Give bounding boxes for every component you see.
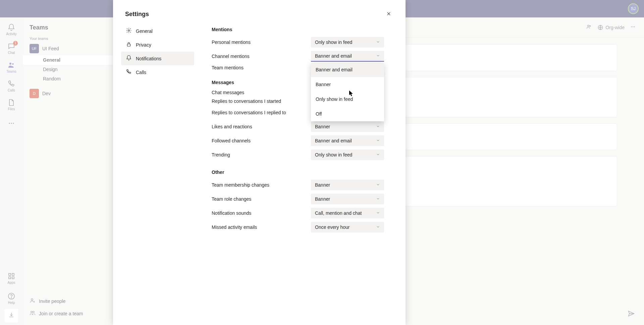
team-row-uf[interactable]: UF UI Feed — [23, 42, 116, 55]
settings-nav: General Privacy Notifications — [121, 24, 198, 317]
dropdown-likes[interactable]: Banner — [311, 121, 384, 132]
dropdown-trending[interactable]: Only show in feed — [311, 149, 384, 160]
svg-point-1 — [12, 63, 14, 65]
svg-point-12 — [31, 311, 33, 313]
svg-point-0 — [9, 63, 11, 65]
settings-modal: Settings General — [113, 0, 406, 325]
teams-pane-title: Teams — [23, 17, 116, 35]
lock-icon — [126, 41, 132, 48]
channel-random[interactable]: Random — [23, 74, 116, 83]
svg-point-14 — [588, 25, 589, 27]
invite-label: Invite people — [39, 299, 65, 304]
rail-label: Activity — [6, 32, 17, 36]
nav-label: Privacy — [136, 42, 151, 48]
label-replies-started: Replies to conversations I started — [212, 99, 281, 104]
join-create-team[interactable]: Join or create a team — [23, 307, 116, 320]
rail-more[interactable] — [0, 114, 23, 133]
dropdown-option-banner[interactable]: Banner — [311, 77, 384, 92]
orgwide-indicator[interactable]: Org-wide — [597, 24, 625, 30]
dropdown-value: Call, mention and chat — [315, 210, 362, 216]
dropdown-value: Only show in feed — [315, 40, 352, 45]
svg-rect-5 — [9, 273, 11, 275]
rail-files[interactable]: Files — [0, 95, 23, 114]
dropdown-value: Banner — [315, 182, 330, 188]
dropdown-sounds[interactable]: Call, mention and chat — [311, 208, 384, 218]
bell-icon — [126, 55, 132, 62]
svg-point-20 — [128, 30, 130, 31]
dropdown-value: Only show in feed — [315, 152, 352, 157]
nav-general[interactable]: General — [121, 24, 194, 38]
label-channel-mentions: Channel mentions — [212, 54, 250, 59]
settings-title: Settings — [125, 11, 149, 18]
chevron-down-icon — [376, 152, 380, 157]
svg-point-2 — [9, 123, 10, 124]
apps-icon — [7, 272, 15, 280]
orgwide-label: Org-wide — [605, 25, 625, 30]
label-likes: Likes and reactions — [212, 124, 252, 129]
invite-people[interactable]: Invite people — [23, 295, 116, 307]
dropdown-option-only-show-in-feed[interactable]: Only show in feed — [311, 92, 384, 107]
bell-icon — [7, 23, 15, 31]
app-rail: Activity 1 Chat Teams Calls — [0, 17, 23, 325]
team-roster-icon[interactable] — [586, 24, 592, 31]
more-icon[interactable] — [630, 24, 636, 31]
label-missed-emails: Missed activity emails — [212, 224, 257, 230]
dropdown-value: Banner and email — [315, 138, 352, 143]
label-chat-messages: Chat messages — [212, 90, 244, 95]
join-label: Join or create a team — [39, 311, 83, 316]
label-sounds: Notification sounds — [212, 210, 251, 216]
nav-label: Calls — [136, 70, 146, 75]
svg-rect-7 — [9, 277, 11, 279]
invite-icon — [30, 298, 36, 305]
rail-calls[interactable]: Calls — [0, 76, 23, 95]
settings-content[interactable]: Mentions Personal mentions Only show in … — [198, 24, 393, 317]
join-icon — [30, 310, 36, 317]
dropdown-membership[interactable]: Banner — [311, 180, 384, 190]
channel-design[interactable]: Design — [23, 65, 116, 74]
nav-calls[interactable]: Calls — [121, 65, 194, 79]
dropdown-personal-mentions[interactable]: Only show in feed — [311, 37, 384, 48]
rail-chat[interactable]: 1 Chat — [0, 39, 23, 58]
close-button[interactable] — [384, 9, 393, 19]
dropdown-role[interactable]: Banner — [311, 194, 384, 204]
dropdown-option-banner-and-email[interactable]: Banner and email — [311, 62, 384, 77]
label-personal-mentions: Personal mentions — [212, 40, 251, 45]
teams-pane: Teams Your teams UF UI Feed General Desi… — [23, 17, 117, 325]
rail-download[interactable] — [5, 309, 18, 322]
rail-label: Chat — [8, 51, 15, 55]
chevron-down-icon — [376, 224, 380, 230]
dropdown-value: Banner and email — [315, 53, 352, 59]
download-icon — [8, 312, 15, 320]
team-row-dev[interactable]: D Dev — [23, 87, 116, 100]
files-icon — [7, 99, 15, 107]
nav-privacy[interactable]: Privacy — [121, 38, 194, 52]
rail-teams[interactable]: Teams — [0, 58, 23, 76]
dropdown-value: Banner — [315, 196, 330, 202]
phone-icon — [7, 80, 15, 88]
chat-badge: 1 — [13, 41, 18, 46]
nav-notifications[interactable]: Notifications — [121, 52, 194, 65]
rail-help[interactable]: Help — [0, 289, 23, 308]
svg-point-13 — [33, 311, 35, 313]
svg-point-18 — [633, 26, 633, 27]
dropdown-value: Banner — [315, 124, 330, 129]
chevron-down-icon — [376, 210, 380, 216]
rail-label: Calls — [8, 88, 15, 92]
channel-general[interactable]: General — [23, 55, 116, 65]
svg-point-11 — [31, 299, 33, 300]
dropdown-option-off[interactable]: Off — [311, 107, 384, 121]
rail-activity[interactable]: Activity — [0, 20, 23, 39]
dropdown-channel-mentions[interactable]: Banner and email — [311, 51, 384, 62]
send-button[interactable] — [627, 309, 636, 318]
rail-label: Files — [8, 107, 15, 111]
rail-label: Apps — [8, 281, 15, 284]
dropdown-followed[interactable]: Banner and email — [311, 135, 384, 146]
rail-apps[interactable]: Apps — [0, 269, 23, 287]
nav-label: Notifications — [136, 56, 161, 61]
team-name: Dev — [42, 91, 51, 96]
label-followed: Followed channels — [212, 138, 251, 143]
chevron-down-icon — [376, 138, 380, 143]
close-icon — [386, 11, 391, 18]
dropdown-missed-emails[interactable]: Once every hour — [311, 222, 384, 233]
avatar[interactable]: SJ — [628, 3, 639, 14]
